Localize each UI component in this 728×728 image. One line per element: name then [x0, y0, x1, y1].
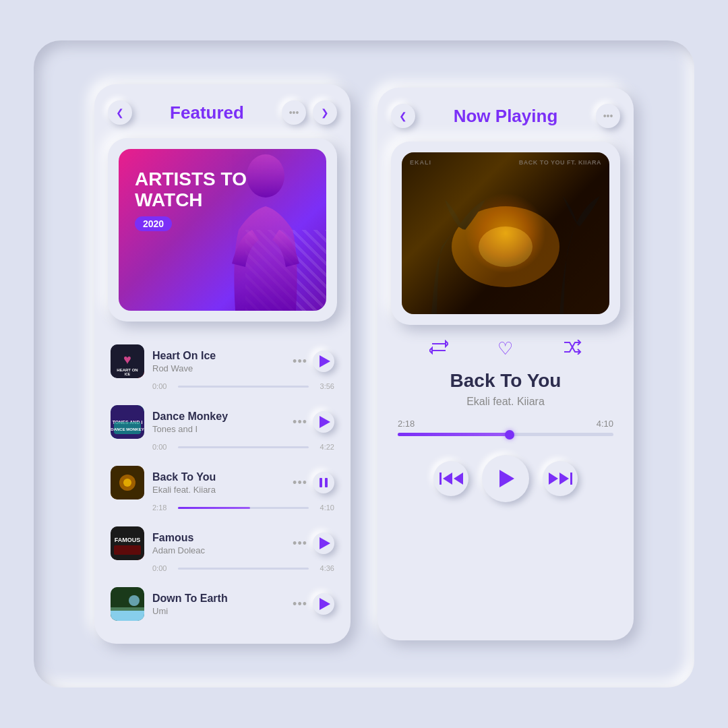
back-to-you-time-current: 2:18	[152, 504, 173, 512]
now-playing-back-button[interactable]: ❮	[391, 104, 415, 128]
svg-rect-13	[325, 478, 328, 487]
svg-point-23	[479, 226, 533, 267]
player-controls	[433, 455, 578, 502]
np-time-current: 2:18	[398, 419, 415, 429]
svg-text:DANCE MONKEY: DANCE MONKEY	[111, 427, 144, 431]
now-playing-panel: ❮ Now Playing ••• EKALI BACK TO YOU FT. …	[377, 88, 634, 640]
song-info-heart-on-ice: Heart On Ice Rod Wave	[152, 350, 284, 373]
now-playing-more-button[interactable]: •••	[596, 104, 620, 128]
svg-rect-14	[111, 526, 144, 560]
song-info-down-to-earth: Down To Earth Umi	[152, 593, 284, 616]
featured-art-title-line2: WATCH	[135, 190, 247, 211]
svg-text:FAMOUS: FAMOUS	[115, 537, 141, 543]
back-to-you-pause-button[interactable]	[313, 472, 334, 493]
song-list: ♥HEART ONICE Heart On Ice Rod Wave ••• 0	[108, 338, 337, 628]
np-progress-fill	[398, 433, 510, 436]
song-artist-heart-on-ice: Rod Wave	[152, 363, 284, 373]
dance-monkey-time-current: 0:00	[152, 443, 173, 451]
svg-text:♥: ♥	[123, 352, 131, 367]
song-item-top: TONES AND IDANCE MONKEY Dance Monkey Ton…	[111, 405, 334, 439]
song-artist-famous: Adam Doleac	[152, 545, 284, 555]
down-to-earth-play-button[interactable]	[313, 593, 334, 615]
song-info-back-to-you: Back To You Ekali feat. Kiiara	[152, 471, 284, 495]
song-item-down-to-earth: Down To Earth Umi •••	[108, 580, 337, 628]
next-triangle	[549, 473, 558, 485]
np-time-total: 4:10	[597, 419, 613, 429]
song-title-famous: Famous	[152, 532, 284, 544]
next-button[interactable]	[543, 461, 578, 496]
song-title-down-to-earth: Down To Earth	[152, 593, 284, 605]
featured-art-wrapper: ARTISTS TO WATCH 2020	[108, 138, 337, 322]
song-controls-famous: •••	[293, 533, 334, 554]
song-info-famous: Famous Adam Doleac	[152, 532, 284, 555]
song-thumb-dance-monkey: TONES AND IDANCE MONKEY	[111, 405, 144, 439]
heart-on-ice-time-current: 0:00	[152, 382, 173, 390]
np-progress-bar[interactable]	[398, 433, 613, 436]
heart-on-ice-time-total: 3:56	[314, 382, 334, 390]
down-to-earth-more-button[interactable]: •••	[293, 597, 307, 611]
np-time-row: 2:18 4:10	[398, 419, 613, 429]
heart-button[interactable]: ♡	[497, 338, 513, 359]
song-item-famous: FAMOUS Famous Adam Doleac ••• 0:00	[108, 520, 337, 580]
np-progress-section: 2:18 4:10	[391, 419, 620, 436]
dance-monkey-progress-bar[interactable]	[178, 446, 309, 448]
famous-play-button[interactable]	[313, 533, 334, 554]
featured-art-year: 2020	[135, 216, 172, 231]
song-controls-back-to-you: •••	[293, 472, 334, 493]
track-artist: Ekali feat. Kiiara	[450, 396, 562, 408]
song-thumb-back-to-you	[111, 466, 144, 499]
prev-triangle	[443, 473, 452, 485]
featured-next-button[interactable]: ❯	[313, 100, 337, 125]
back-to-you-progress-bar[interactable]	[178, 507, 309, 509]
prev-button[interactable]	[433, 461, 468, 496]
play-pause-button[interactable]	[482, 455, 529, 502]
prev-bar	[439, 473, 442, 485]
shuffle-button[interactable]	[563, 340, 582, 359]
song-controls-down-to-earth: •••	[293, 593, 334, 615]
song-progress-back-to-you: 2:18 4:10	[111, 499, 334, 513]
featured-art-title-line1: ARTISTS TO	[135, 169, 247, 190]
np-progress-thumb[interactable]	[505, 430, 514, 439]
art-texture	[402, 152, 609, 314]
song-artist-back-to-you: Ekali feat. Kiiara	[152, 485, 284, 495]
featured-header: ❮ Featured ••• ❯	[108, 100, 337, 125]
featured-more-button[interactable]: •••	[282, 100, 306, 125]
song-item-top: Down To Earth Umi •••	[111, 587, 334, 621]
heart-on-ice-play-button[interactable]	[313, 351, 334, 372]
song-info-dance-monkey: Dance Monkey Tones and I	[152, 411, 284, 434]
song-artist-dance-monkey: Tones and I	[152, 424, 284, 434]
song-item-dance-monkey: TONES AND IDANCE MONKEY Dance Monkey Ton…	[108, 398, 337, 459]
song-controls-heart-on-ice: •••	[293, 351, 334, 372]
famous-time-total: 4:36	[314, 564, 334, 572]
back-to-you-more-button[interactable]: •••	[293, 476, 307, 490]
heart-on-ice-more-button[interactable]: •••	[293, 355, 307, 369]
now-playing-title: Now Playing	[454, 106, 558, 127]
song-thumb-heart-on-ice: ♥HEART ONICE	[111, 344, 144, 378]
now-playing-art: EKALI BACK TO YOU FT. KIIARA	[402, 152, 609, 314]
svg-point-0	[247, 154, 284, 198]
famous-more-button[interactable]: •••	[293, 537, 307, 551]
dance-monkey-time-total: 4:22	[314, 443, 334, 451]
prev-icon	[439, 473, 463, 485]
song-progress-famous: 0:00 4:36	[111, 560, 334, 574]
track-info: Back To You Ekali feat. Kiiara	[450, 370, 562, 408]
heart-on-ice-progress-bar[interactable]	[178, 386, 309, 388]
svg-text:ICE: ICE	[125, 372, 131, 376]
song-item-back-to-you: Back To You Ekali feat. Kiiara ••• 2:18 …	[108, 459, 337, 520]
song-progress-dance-monkey: 0:00 4:22	[111, 439, 334, 452]
song-title-dance-monkey: Dance Monkey	[152, 411, 284, 423]
repeat-button[interactable]	[429, 340, 448, 359]
next-triangle-2	[559, 473, 569, 485]
dance-monkey-more-button[interactable]: •••	[293, 415, 307, 429]
song-item-heart-on-ice: ♥HEART ONICE Heart On Ice Rod Wave ••• 0	[108, 338, 337, 398]
featured-prev-button[interactable]: ❮	[108, 100, 132, 125]
now-playing-header: ❮ Now Playing •••	[391, 104, 620, 128]
famous-progress-bar[interactable]	[178, 568, 309, 570]
song-item-top: FAMOUS Famous Adam Doleac •••	[111, 526, 334, 560]
svg-rect-12	[320, 478, 322, 487]
back-to-you-time-total: 4:10	[314, 504, 334, 512]
song-artist-down-to-earth: Umi	[152, 606, 284, 616]
track-title: Back To You	[450, 370, 562, 392]
song-item-top: Back To You Ekali feat. Kiiara •••	[111, 466, 334, 499]
dance-monkey-play-button[interactable]	[313, 411, 334, 433]
